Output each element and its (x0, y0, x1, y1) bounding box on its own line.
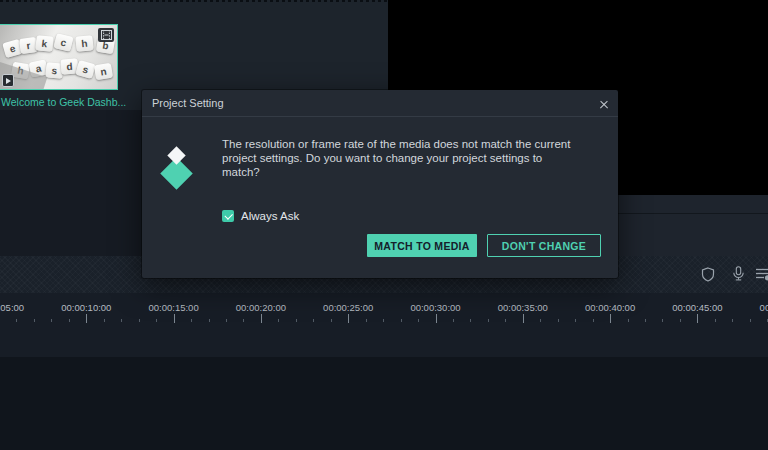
ruler-tick (156, 319, 157, 322)
ruler-tick (121, 319, 122, 322)
ruler-timestamp: 00:00:25:00 (323, 302, 373, 313)
ruler-tick (558, 319, 559, 322)
dialog-message-line: The resolution or frame rate of the medi… (222, 138, 612, 152)
media-item-title: Welcome to Geek Dashb... (1, 96, 131, 108)
ruler-timestamp: 00:00:30:00 (410, 302, 460, 313)
ruler-tick (505, 319, 506, 322)
ruler-tick (645, 319, 646, 322)
ruler-timestamp: 00:00:10:00 (61, 302, 111, 313)
ruler-tick (34, 319, 35, 322)
thumbnail-key-decoration: h (75, 35, 93, 52)
always-ask-checkbox-row[interactable]: Always Ask (222, 210, 299, 222)
ruler-tick (348, 314, 349, 323)
ruler-tick (191, 319, 192, 322)
ruler-tick (174, 314, 175, 323)
ruler-timestamp: 00:00:50:00 (760, 302, 768, 313)
ruler-tick (383, 319, 384, 322)
thumbnail-key-decoration: s (75, 60, 95, 79)
ruler-tick (575, 319, 576, 322)
shield-icon[interactable] (698, 263, 718, 285)
mixer-icon[interactable] (754, 263, 768, 285)
ruler-timestamp: 00:00:35:00 (498, 302, 548, 313)
thumbnail-key-decoration: c (53, 33, 73, 52)
project-setting-dialog: Project Setting The resolution or frame … (142, 90, 618, 278)
ruler-tick (366, 319, 367, 322)
ruler-tick (278, 319, 279, 322)
thumbnail-key-decoration: n (94, 63, 113, 80)
ruler-tick (680, 319, 681, 322)
ruler-tick (261, 314, 262, 323)
thumbnail-key-decoration: k (35, 35, 53, 52)
ruler-tick (523, 314, 524, 323)
dialog-message-line: match? (222, 166, 612, 180)
ruler-tick (628, 319, 629, 322)
ruler-tick (104, 319, 105, 322)
dont-change-button[interactable]: DON'T CHANGE (487, 234, 601, 257)
timeline-ruler[interactable]: 00:00:05:0000:00:10:0000:00:15:0000:00:2… (0, 293, 768, 357)
ruler-timestamp: 00:00:45:00 (672, 302, 722, 313)
always-ask-checkbox[interactable] (222, 210, 234, 222)
ruler-tick (488, 319, 489, 322)
ruler-timestamp: 00:00:15:00 (149, 302, 199, 313)
always-ask-label: Always Ask (241, 210, 299, 222)
ruler-tick (732, 319, 733, 322)
film-strip-icon (98, 28, 114, 42)
ruler-tick (209, 319, 210, 322)
mic-icon[interactable] (728, 263, 748, 285)
ruler-tick (69, 319, 70, 322)
ruler-tick (436, 314, 437, 323)
ruler-tick (610, 314, 611, 323)
ruler-tick (296, 319, 297, 322)
filmora-diamond-logo (142, 90, 212, 200)
ruler-tick (401, 319, 402, 322)
filmora-app-window: erkchbhasdsn Welcome to Geek Dashb... (0, 0, 768, 450)
ruler-tick (226, 319, 227, 322)
ruler-tick (313, 319, 314, 322)
ruler-tick (662, 319, 663, 322)
ruler-tick (697, 314, 698, 323)
dialog-message: The resolution or frame rate of the medi… (222, 138, 612, 179)
timeline-track-area (0, 357, 768, 450)
panel-top-dashed-border (0, 0, 388, 2)
dialog-message-line: project settings. Do you want to change … (222, 152, 612, 166)
ruler-tick (16, 319, 17, 322)
ruler-timestamp: 00:00:40:00 (585, 302, 635, 313)
ruler-tick (750, 319, 751, 322)
ruler-tick (453, 319, 454, 322)
ruler-tick (540, 319, 541, 322)
ruler-tick (243, 319, 244, 322)
ruler-tick (715, 319, 716, 322)
dialog-header: Project Setting (142, 90, 618, 117)
play-badge-icon (2, 74, 14, 87)
ruler-tick (418, 319, 419, 322)
ruler-tick (470, 319, 471, 322)
ruler-tick (51, 319, 52, 322)
ruler-timestamp: 00:00:05:00 (0, 302, 24, 313)
ruler-tick (331, 319, 332, 322)
ruler-timestamp: 00:00:20:00 (236, 302, 286, 313)
ruler-tick (139, 319, 140, 322)
match-to-media-button[interactable]: MATCH TO MEDIA (367, 234, 477, 257)
close-icon[interactable] (596, 96, 612, 112)
media-item-thumbnail[interactable]: erkchbhasdsn (0, 24, 118, 90)
ruler-tick (86, 314, 87, 323)
ruler-tick (593, 319, 594, 322)
